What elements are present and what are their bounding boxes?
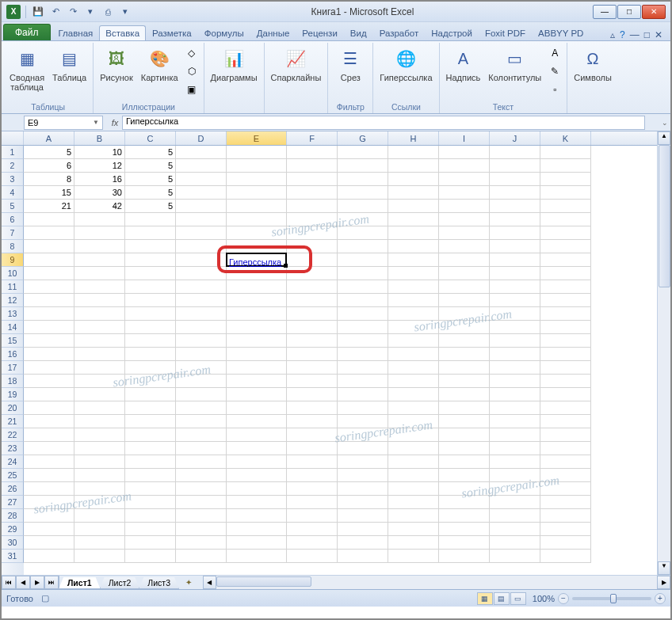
maximize-button[interactable]: □ <box>617 5 641 19</box>
cell-J9[interactable] <box>490 253 540 267</box>
cell-J26[interactable] <box>490 482 540 496</box>
cell-B6[interactable] <box>74 213 125 226</box>
row-header-6[interactable]: 6 <box>2 213 24 226</box>
cell-D9[interactable] <box>176 253 227 267</box>
cell-D10[interactable] <box>176 267 227 280</box>
cell-K16[interactable] <box>540 348 591 361</box>
cell-E1[interactable] <box>227 146 287 159</box>
scroll-down-button[interactable]: ▼ <box>658 561 670 575</box>
cell-D27[interactable] <box>176 496 227 509</box>
cell-K17[interactable] <box>540 361 591 375</box>
cells-area[interactable]: 5105612581651530521425 Гиперссылка <box>24 146 670 575</box>
cell-D31[interactable] <box>176 550 227 563</box>
cell-B19[interactable] <box>74 388 125 401</box>
cell-G17[interactable] <box>338 361 388 375</box>
cell-A22[interactable] <box>24 428 74 442</box>
cell-E22[interactable] <box>227 428 287 442</box>
cell-B23[interactable] <box>74 442 125 455</box>
cell-C12[interactable] <box>125 294 176 307</box>
cell-K24[interactable] <box>540 455 591 469</box>
table-button[interactable]: ▤ Таблица <box>49 44 90 84</box>
cell-I12[interactable] <box>439 294 490 307</box>
doc-close-button[interactable]: ✕ <box>655 29 662 40</box>
cell-E8[interactable] <box>227 240 287 253</box>
cell-E27[interactable] <box>227 496 287 509</box>
vscroll-thumb[interactable] <box>659 145 670 287</box>
close-button[interactable]: ✕ <box>642 5 666 19</box>
cell-E31[interactable] <box>227 550 287 563</box>
cell-E14[interactable] <box>227 321 287 334</box>
cell-A12[interactable] <box>24 294 74 307</box>
col-header-G[interactable]: G <box>338 131 388 145</box>
cell-H27[interactable] <box>388 496 439 509</box>
cell-J21[interactable] <box>490 415 540 428</box>
row-header-10[interactable]: 10 <box>2 267 24 280</box>
cell-J23[interactable] <box>490 442 540 455</box>
cell-K20[interactable] <box>540 401 591 415</box>
cell-H8[interactable] <box>388 240 439 253</box>
cell-I17[interactable] <box>439 361 490 375</box>
cell-K10[interactable] <box>540 267 591 280</box>
screenshot-button[interactable]: ▣ <box>183 81 200 98</box>
row-header-5[interactable]: 5 <box>2 200 24 213</box>
cell-K31[interactable] <box>540 550 591 563</box>
cell-H25[interactable] <box>388 469 439 482</box>
cell-C9[interactable] <box>125 253 176 267</box>
cell-A27[interactable] <box>24 496 74 509</box>
cell-H6[interactable] <box>388 213 439 226</box>
cell-E5[interactable] <box>227 200 287 213</box>
cell-B18[interactable] <box>74 375 125 388</box>
cell-K5[interactable] <box>540 200 591 213</box>
cell-C7[interactable] <box>125 226 176 240</box>
col-header-A[interactable]: A <box>24 131 74 145</box>
cell-H26[interactable] <box>388 482 439 496</box>
collapse-ribbon-button[interactable]: ▵ <box>610 29 615 40</box>
cell-I23[interactable] <box>439 442 490 455</box>
qat-print-button[interactable]: ⎙ <box>101 5 115 19</box>
col-header-I[interactable]: I <box>439 131 490 145</box>
cell-H7[interactable] <box>388 226 439 240</box>
cell-K13[interactable] <box>540 307 591 321</box>
cell-D29[interactable] <box>176 523 227 536</box>
cell-B5[interactable]: 42 <box>74 200 125 213</box>
cell-H30[interactable] <box>388 536 439 550</box>
cell-F3[interactable] <box>287 173 338 186</box>
cell-H22[interactable] <box>388 428 439 442</box>
cell-I4[interactable] <box>439 186 490 200</box>
cell-I3[interactable] <box>439 173 490 186</box>
cell-I18[interactable] <box>439 375 490 388</box>
cell-F25[interactable] <box>287 469 338 482</box>
formula-input[interactable]: Гиперссылка <box>122 116 645 130</box>
row-header-22[interactable]: 22 <box>2 428 24 442</box>
cell-J27[interactable] <box>490 496 540 509</box>
row-header-24[interactable]: 24 <box>2 455 24 469</box>
hyperlink-button[interactable]: 🌐 Гиперссылка <box>376 44 435 84</box>
tab-foxit pdf[interactable]: Foxit PDF <box>479 25 532 40</box>
cell-H16[interactable] <box>388 348 439 361</box>
cell-D26[interactable] <box>176 482 227 496</box>
cell-B26[interactable] <box>74 482 125 496</box>
cell-A31[interactable] <box>24 550 74 563</box>
cell-J28[interactable] <box>490 509 540 523</box>
cell-C26[interactable] <box>125 482 176 496</box>
cell-D19[interactable] <box>176 388 227 401</box>
sheet-tab-Лист2[interactable]: Лист2 <box>100 577 140 589</box>
cell-J30[interactable] <box>490 536 540 550</box>
cell-B7[interactable] <box>74 226 125 240</box>
zoom-in-button[interactable]: + <box>655 593 666 604</box>
headerfooter-button[interactable]: ▭ Колонтитулы <box>485 44 544 84</box>
cell-B11[interactable] <box>74 280 125 294</box>
cell-A1[interactable]: 5 <box>24 146 74 159</box>
row-header-27[interactable]: 27 <box>2 496 24 509</box>
cell-F26[interactable] <box>287 482 338 496</box>
row-header-9[interactable]: 9 <box>2 253 24 267</box>
cell-E11[interactable] <box>227 280 287 294</box>
cell-I19[interactable] <box>439 388 490 401</box>
cell-F6[interactable] <box>287 213 338 226</box>
cell-D2[interactable] <box>176 159 227 173</box>
cell-K9[interactable] <box>540 253 591 267</box>
cell-B1[interactable]: 10 <box>74 146 125 159</box>
cell-B30[interactable] <box>74 536 125 550</box>
cell-D1[interactable] <box>176 146 227 159</box>
cell-A6[interactable] <box>24 213 74 226</box>
